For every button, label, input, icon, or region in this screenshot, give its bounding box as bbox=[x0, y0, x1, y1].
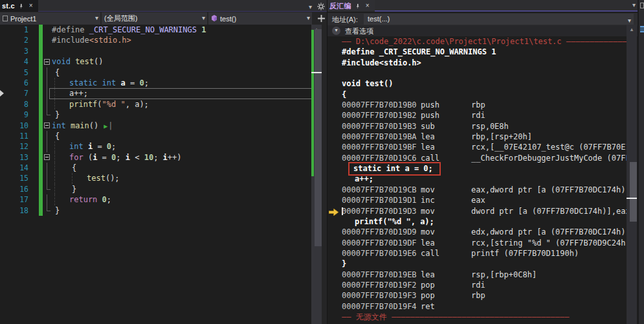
code-line-11[interactable]: 11{ bbox=[0, 131, 322, 141]
code-text[interactable]: static int a = 0; bbox=[52, 78, 322, 88]
active-files-dropdown-icon[interactable]: ▾ bbox=[632, 1, 636, 9]
breakpoint-margin[interactable] bbox=[0, 121, 9, 131]
symbol-dropdown[interactable]: test() ▾ bbox=[208, 12, 312, 25]
project-dropdown[interactable]: Project1 ▾ bbox=[0, 12, 100, 25]
code-line-12[interactable]: 12int i = 0; bbox=[0, 141, 322, 152]
code-text[interactable]: printf("%d ", a); bbox=[52, 99, 322, 110]
code-text[interactable]: #include<stdio.h> bbox=[52, 35, 322, 45]
breakpoint-margin[interactable] bbox=[0, 110, 9, 120]
code-line-7[interactable]: 7a++; bbox=[0, 88, 322, 98]
code-line-1[interactable]: 1#define _CRT_SECURE_NO_WARNINGS 1 bbox=[0, 25, 322, 35]
disasm-line[interactable]: 00007FF7B70D19F2poprdi bbox=[328, 280, 627, 290]
code-line-2[interactable]: 2#include<stdio.h> bbox=[0, 35, 322, 45]
code-line-5[interactable]: 5{ bbox=[0, 67, 322, 78]
breakpoint-margin[interactable] bbox=[0, 25, 9, 35]
source-editor[interactable]: 1#define _CRT_SECURE_NO_WARNINGS 12#incl… bbox=[0, 25, 322, 324]
breakpoint-margin[interactable] bbox=[0, 46, 9, 56]
disasm-line[interactable]: —— 无源文件 ————————————————————————————————… bbox=[328, 312, 627, 322]
breakpoint-margin[interactable] bbox=[0, 78, 9, 88]
disasm-line[interactable]: 00007FF7B70D19F4ret bbox=[328, 301, 627, 312]
code-text[interactable]: test(); bbox=[52, 173, 322, 183]
disassembly-view[interactable]: —— D:\code_2022\c.code\Project1\Project1… bbox=[328, 36, 627, 324]
disasm-line[interactable]: #define _CRT_SECURE_NO_WARNINGS 1 bbox=[328, 47, 627, 57]
code-text[interactable]: int i = 0; bbox=[52, 141, 322, 152]
breakpoint-margin[interactable] bbox=[0, 173, 9, 183]
code-line-4[interactable]: 4void test() bbox=[0, 56, 322, 67]
breakpoint-margin[interactable] bbox=[0, 141, 9, 152]
pin-icon[interactable] bbox=[355, 3, 361, 9]
disasm-line[interactable]: static int a = 0; bbox=[328, 163, 627, 174]
disasm-line[interactable]: 00007FF7B70D19DFlearcx,[string "%d " (07… bbox=[328, 238, 627, 248]
tab-disassembly[interactable]: 反汇编 × bbox=[328, 0, 375, 12]
breakpoint-margin[interactable] bbox=[0, 56, 9, 67]
fold-collapse-icon[interactable] bbox=[44, 154, 50, 160]
disasm-line[interactable]: { bbox=[328, 89, 627, 100]
breakpoint-margin[interactable] bbox=[0, 184, 9, 194]
disasm-line[interactable]: 00007FF7B70D19B0pushrbp bbox=[328, 100, 627, 110]
code-text[interactable]: } bbox=[52, 184, 322, 194]
disasm-line[interactable]: void test() bbox=[328, 78, 627, 89]
docked-panel-strip[interactable] bbox=[638, 0, 644, 324]
pin-icon[interactable] bbox=[18, 3, 25, 9]
code-text[interactable]: } bbox=[52, 205, 322, 216]
disasm-line[interactable]: 00007FF7B70D19BFlearcx,[__07E42107_test@… bbox=[328, 142, 627, 152]
disasm-line[interactable]: 00007FF7B70D19D1inceax bbox=[328, 195, 627, 205]
breakpoint-margin[interactable] bbox=[0, 152, 9, 163]
code-text[interactable]: return 0; bbox=[52, 194, 322, 205]
close-icon[interactable]: × bbox=[364, 3, 371, 9]
fold-collapse-icon[interactable] bbox=[44, 59, 50, 65]
code-line-13[interactable]: 13for (i = 0; i < 10; i++) bbox=[0, 152, 322, 163]
current-statement-arrow-icon[interactable] bbox=[0, 88, 9, 98]
code-line-3[interactable]: 3 bbox=[0, 46, 322, 56]
code-text[interactable]: #define _CRT_SECURE_NO_WARNINGS 1 bbox=[52, 25, 322, 35]
breakpoint-margin[interactable] bbox=[0, 131, 9, 141]
active-files-dropdown-icon[interactable]: ▾ bbox=[309, 3, 312, 11]
disasm-line[interactable]: #include<stdio.h> bbox=[328, 58, 627, 68]
disasm-line[interactable]: 00007FF7B70D19CBmoveax,dword ptr [a (07F… bbox=[328, 185, 627, 195]
breakpoint-margin[interactable] bbox=[0, 163, 9, 173]
breakpoint-margin[interactable] bbox=[0, 35, 9, 45]
code-text[interactable]: { bbox=[52, 67, 322, 78]
disasm-line[interactable]: 00007FF7B70D19F3poprbp bbox=[328, 290, 627, 301]
breakpoint-margin[interactable] bbox=[0, 205, 9, 216]
code-text[interactable]: void test() bbox=[52, 56, 322, 67]
code-line-14[interactable]: 14{ bbox=[0, 163, 322, 173]
right-scrollbar-thumb[interactable] bbox=[630, 162, 637, 222]
code-text[interactable]: { bbox=[52, 131, 322, 141]
code-text[interactable]: for (i = 0; i < 10; i++) bbox=[52, 152, 322, 163]
tab-test-c[interactable]: st.c × bbox=[0, 0, 38, 12]
disasm-line[interactable]: 00007FF7B70D19D3movdword ptr [a (07FF7B7… bbox=[328, 206, 627, 216]
close-icon[interactable]: × bbox=[28, 3, 34, 9]
chevron-circle-icon[interactable]: ▾ bbox=[332, 27, 340, 35]
code-line-8[interactable]: 8printf("%d ", a); bbox=[0, 99, 322, 110]
disasm-line[interactable]: 00007FF7B70D19E6callprintf (07FF7B70D119… bbox=[328, 248, 627, 259]
code-text[interactable]: } bbox=[52, 110, 322, 120]
code-text[interactable]: { bbox=[52, 163, 322, 173]
disasm-line[interactable]: —— D:\code_2022\c.code\Project1\Project1… bbox=[328, 36, 627, 47]
disasm-line[interactable]: 00007FF7B70D19B3subrsp,0E8h bbox=[328, 121, 627, 132]
disasm-line[interactable]: printf("%d ", a); bbox=[328, 216, 627, 227]
breakpoint-margin[interactable] bbox=[0, 67, 9, 78]
code-line-10[interactable]: 10int main()▶| bbox=[0, 121, 322, 131]
code-line-15[interactable]: 15test(); bbox=[0, 173, 322, 183]
code-line-17[interactable]: 17return 0; bbox=[0, 194, 322, 205]
pan-move-icon[interactable] bbox=[316, 14, 326, 23]
view-options-bar[interactable]: ▾ 查看选项 bbox=[328, 25, 638, 36]
right-scrollbar[interactable]: ▴ bbox=[627, 25, 637, 324]
code-line-9[interactable]: 9} bbox=[0, 110, 322, 120]
disasm-line[interactable]: } bbox=[328, 259, 627, 269]
breakpoint-margin[interactable] bbox=[0, 194, 9, 205]
code-text[interactable]: int main()▶| bbox=[52, 121, 322, 131]
disasm-line[interactable]: 00007FF7B70D19D9movedx,dword ptr [a (07F… bbox=[328, 227, 627, 237]
scope-dropdown[interactable]: (全局范围) ▾ bbox=[102, 12, 207, 25]
code-line-18[interactable]: 18} bbox=[0, 205, 322, 216]
disasm-line[interactable]: 00007FF7B70D19EBlearsp,[rbp+0C8h] bbox=[328, 270, 627, 280]
disasm-line[interactable]: 00007FF7B70D19BAlearbp,[rsp+20h] bbox=[328, 132, 627, 142]
disasm-line[interactable]: 00007FF7B70D19B2pushrdi bbox=[328, 110, 627, 121]
fold-collapse-icon[interactable] bbox=[44, 122, 50, 128]
left-scrollbar[interactable]: ▴ bbox=[311, 25, 322, 324]
code-line-16[interactable]: 16} bbox=[0, 184, 322, 194]
disasm-line[interactable] bbox=[328, 68, 627, 78]
run-icon[interactable]: ▶ bbox=[104, 122, 107, 130]
gear-icon[interactable] bbox=[317, 1, 325, 13]
